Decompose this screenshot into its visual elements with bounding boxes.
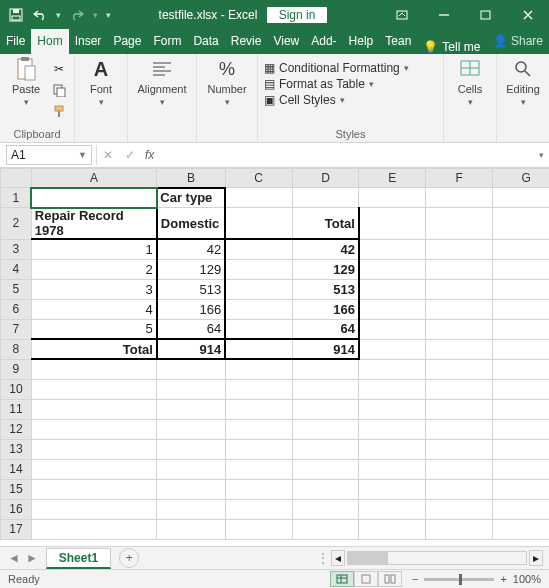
row-header[interactable]: 9 — [1, 359, 32, 379]
view-page-break-icon[interactable] — [378, 571, 402, 587]
cell-C14[interactable] — [225, 459, 292, 479]
cell-F6[interactable] — [426, 299, 493, 319]
cell-F11[interactable] — [426, 399, 493, 419]
formula-input[interactable] — [158, 145, 533, 165]
cell-D5[interactable]: 513 — [292, 279, 359, 299]
col-header[interactable]: B — [157, 169, 225, 188]
cell-F5[interactable] — [426, 279, 493, 299]
cell-F14[interactable] — [426, 459, 493, 479]
cell-E5[interactable] — [359, 279, 426, 299]
expand-formula-bar-icon[interactable]: ▾ — [533, 150, 549, 160]
cell-C8[interactable] — [225, 339, 292, 359]
cell-G10[interactable] — [493, 379, 549, 399]
cell-E17[interactable] — [359, 519, 426, 539]
cell-A10[interactable] — [31, 379, 156, 399]
cell-E10[interactable] — [359, 379, 426, 399]
cell-A17[interactable] — [31, 519, 156, 539]
cell-C6[interactable] — [225, 299, 292, 319]
cell-C3[interactable] — [225, 239, 292, 259]
cell-C2[interactable] — [225, 208, 292, 240]
cell-D1[interactable] — [292, 188, 359, 208]
cell-G9[interactable] — [493, 359, 549, 379]
cell-D2[interactable]: Total — [292, 208, 359, 240]
cell-E3[interactable] — [359, 239, 426, 259]
sheet-tab-active[interactable]: Sheet1 — [46, 548, 111, 569]
row-header[interactable]: 7 — [1, 319, 32, 339]
cell-A8[interactable]: Total — [31, 339, 156, 359]
row-header[interactable]: 10 — [1, 379, 32, 399]
hscroll-left-icon[interactable]: ◂ — [331, 550, 345, 566]
cell-E4[interactable] — [359, 259, 426, 279]
cell-B2[interactable]: Domestic — [157, 208, 225, 240]
tab-help[interactable]: Help — [343, 29, 380, 54]
row-header[interactable]: 12 — [1, 419, 32, 439]
chevron-down-icon[interactable]: ▼ — [78, 150, 87, 160]
new-sheet-button[interactable]: + — [119, 548, 139, 568]
conditional-formatting-button[interactable]: ▦Conditional Formatting▾ — [264, 61, 409, 75]
cell-C15[interactable] — [225, 479, 292, 499]
horizontal-scrollbar[interactable] — [347, 551, 527, 565]
cell-styles-button[interactable]: ▣Cell Styles▾ — [264, 93, 409, 107]
close-icon[interactable] — [507, 0, 549, 29]
cell-E9[interactable] — [359, 359, 426, 379]
cell-B17[interactable] — [157, 519, 225, 539]
minimize-icon[interactable] — [423, 0, 465, 29]
cell-D11[interactable] — [292, 399, 359, 419]
cell-D4[interactable]: 129 — [292, 259, 359, 279]
cell-E8[interactable] — [359, 339, 426, 359]
cell-B12[interactable] — [157, 419, 225, 439]
spreadsheet-grid[interactable]: A B C D E F G 1Car type2Repair Record 19… — [0, 168, 549, 546]
redo-dropdown-icon[interactable]: ▾ — [93, 10, 98, 20]
col-header[interactable]: E — [359, 169, 426, 188]
editing-button[interactable]: Editing▾ — [503, 57, 543, 107]
cell-D17[interactable] — [292, 519, 359, 539]
cell-G14[interactable] — [493, 459, 549, 479]
col-header[interactable]: C — [225, 169, 292, 188]
cell-G15[interactable] — [493, 479, 549, 499]
cell-D15[interactable] — [292, 479, 359, 499]
cell-G17[interactable] — [493, 519, 549, 539]
cell-F8[interactable] — [426, 339, 493, 359]
row-header[interactable]: 4 — [1, 259, 32, 279]
tab-team[interactable]: Tean — [379, 29, 417, 54]
cell-C10[interactable] — [225, 379, 292, 399]
cell-B15[interactable] — [157, 479, 225, 499]
cell-G1[interactable] — [493, 188, 549, 208]
cell-A9[interactable] — [31, 359, 156, 379]
copy-icon[interactable] — [50, 81, 68, 99]
cell-A1[interactable] — [31, 188, 156, 208]
cell-G3[interactable] — [493, 239, 549, 259]
cell-D10[interactable] — [292, 379, 359, 399]
select-all-corner[interactable] — [1, 169, 32, 188]
zoom-out-button[interactable]: − — [412, 573, 418, 585]
next-sheet-icon[interactable]: ► — [26, 551, 38, 565]
tab-view[interactable]: View — [267, 29, 305, 54]
cell-A7[interactable]: 5 — [31, 319, 156, 339]
cell-C17[interactable] — [225, 519, 292, 539]
cell-F4[interactable] — [426, 259, 493, 279]
row-header[interactable]: 2 — [1, 208, 32, 240]
cell-B10[interactable] — [157, 379, 225, 399]
cell-C5[interactable] — [225, 279, 292, 299]
cell-C11[interactable] — [225, 399, 292, 419]
cell-G16[interactable] — [493, 499, 549, 519]
zoom-slider[interactable] — [424, 578, 494, 581]
cell-F7[interactable] — [426, 319, 493, 339]
cell-C1[interactable] — [225, 188, 292, 208]
tab-review[interactable]: Revie — [225, 29, 268, 54]
undo-icon[interactable] — [32, 7, 48, 23]
scrollbar-thumb[interactable] — [348, 552, 388, 564]
maximize-icon[interactable] — [465, 0, 507, 29]
cell-F1[interactable] — [426, 188, 493, 208]
col-header[interactable]: G — [493, 169, 549, 188]
cell-B11[interactable] — [157, 399, 225, 419]
sign-in-button[interactable]: Sign in — [267, 7, 328, 23]
cell-D8[interactable]: 914 — [292, 339, 359, 359]
cell-E15[interactable] — [359, 479, 426, 499]
cell-F9[interactable] — [426, 359, 493, 379]
cell-G7[interactable] — [493, 319, 549, 339]
cell-A2[interactable]: Repair Record 1978 — [31, 208, 156, 240]
row-header[interactable]: 17 — [1, 519, 32, 539]
cell-B3[interactable]: 42 — [157, 239, 225, 259]
cell-E12[interactable] — [359, 419, 426, 439]
